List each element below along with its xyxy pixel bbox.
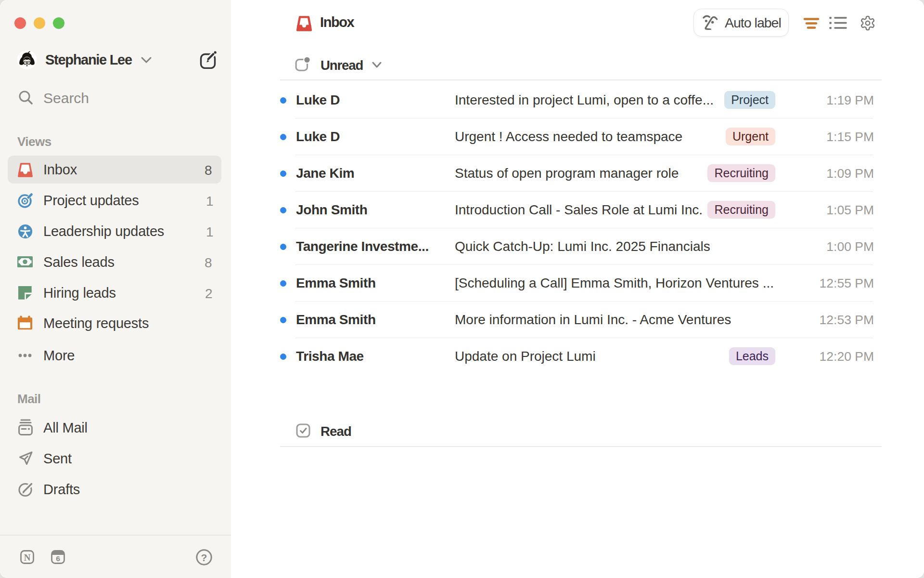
svg-text:?: ?	[201, 552, 207, 563]
svg-text:6: 6	[56, 554, 60, 563]
svg-text:N: N	[24, 552, 31, 563]
